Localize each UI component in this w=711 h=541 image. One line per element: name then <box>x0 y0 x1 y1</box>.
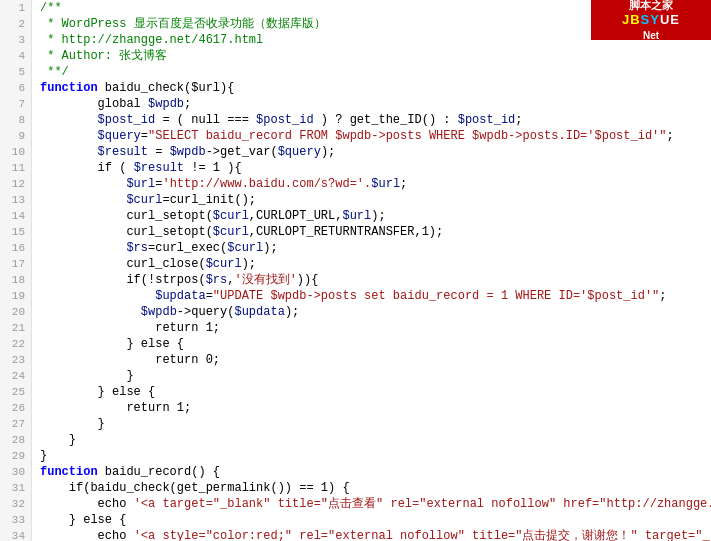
code-line: 6function baidu_check($url){ <box>0 80 711 96</box>
logo-ue: UE <box>660 12 680 27</box>
line-content: function baidu_check($url){ <box>32 80 711 96</box>
line-number: 34 <box>0 528 32 541</box>
line-content: $post_id = ( null === $post_id ) ? get_t… <box>32 112 711 128</box>
line-number: 9 <box>0 128 32 144</box>
line-content: } else { <box>32 512 711 528</box>
code-line: 22 } else { <box>0 336 711 352</box>
code-line: 29} <box>0 448 711 464</box>
code-line: 4 * Author: 张戈博客 <box>0 48 711 64</box>
line-number: 24 <box>0 368 32 384</box>
code-line: 15 curl_setopt($curl,CURLOPT_RETURNTRANS… <box>0 224 711 240</box>
line-number: 30 <box>0 464 32 480</box>
line-content: echo '<a style="color:red;" rel="externa… <box>32 528 711 541</box>
line-content: $result = $wpdb->get_var($query); <box>32 144 711 160</box>
line-content: } <box>32 368 711 384</box>
code-line: 26 return 1; <box>0 400 711 416</box>
line-number: 3 <box>0 32 32 48</box>
line-number: 17 <box>0 256 32 272</box>
line-number: 6 <box>0 80 32 96</box>
line-number: 8 <box>0 112 32 128</box>
code-line: 24 } <box>0 368 711 384</box>
logo-jb: JB <box>622 12 641 27</box>
line-number: 28 <box>0 432 32 448</box>
line-content: if(!strpos($rs,'没有找到')){ <box>32 272 711 288</box>
code-line: 20 $wpdb->query($updata); <box>0 304 711 320</box>
code-line: 23 return 0; <box>0 352 711 368</box>
code-line: 19 $updata="UPDATE $wpdb->posts set baid… <box>0 288 711 304</box>
code-line: 10 $result = $wpdb->get_var($query); <box>0 144 711 160</box>
line-content: } <box>32 432 711 448</box>
line-number: 2 <box>0 16 32 32</box>
code-line: 25 } else { <box>0 384 711 400</box>
logo-line1: 脚本之家 <box>622 0 680 12</box>
code-line: 16 $rs=curl_exec($curl); <box>0 240 711 256</box>
line-number: 7 <box>0 96 32 112</box>
line-number: 11 <box>0 160 32 176</box>
line-content: $query="SELECT baidu_record FROM $wpdb->… <box>32 128 711 144</box>
line-content: echo '<a target="_blank" title="点击查看" re… <box>32 496 711 512</box>
code-line: 31 if(baidu_check(get_permalink()) == 1)… <box>0 480 711 496</box>
line-content: } <box>32 416 711 432</box>
line-content: $updata="UPDATE $wpdb->posts set baidu_r… <box>32 288 711 304</box>
code-line: 9 $query="SELECT baidu_record FROM $wpdb… <box>0 128 711 144</box>
line-number: 32 <box>0 496 32 512</box>
code-line: 27 } <box>0 416 711 432</box>
line-number: 1 <box>0 0 32 16</box>
line-number: 27 <box>0 416 32 432</box>
code-line: 14 curl_setopt($curl,CURLOPT_URL,$url); <box>0 208 711 224</box>
code-line: 32 echo '<a target="_blank" title="点击查看"… <box>0 496 711 512</box>
line-number: 19 <box>0 288 32 304</box>
code-line: 33 } else { <box>0 512 711 528</box>
line-number: 13 <box>0 192 32 208</box>
code-area: 1/**2 * WordPress 显示百度是否收录功能（数据库版）3 * ht… <box>0 0 711 541</box>
line-number: 26 <box>0 400 32 416</box>
line-number: 4 <box>0 48 32 64</box>
top-bar-logo: 脚本之家 JBSYUE Net <box>591 0 711 40</box>
line-content: $rs=curl_exec($curl); <box>32 240 711 256</box>
code-line: 34 echo '<a style="color:red;" rel="exte… <box>0 528 711 541</box>
code-line: 13 $curl=curl_init(); <box>0 192 711 208</box>
code-line: 12 $url='http://www.baidu.com/s?wd='.$ur… <box>0 176 711 192</box>
line-content: } else { <box>32 384 711 400</box>
code-line: 17 curl_close($curl); <box>0 256 711 272</box>
line-content: $url='http://www.baidu.com/s?wd='.$url; <box>32 176 711 192</box>
line-number: 23 <box>0 352 32 368</box>
line-number: 22 <box>0 336 32 352</box>
code-line: 7 global $wpdb; <box>0 96 711 112</box>
line-number: 29 <box>0 448 32 464</box>
line-content: global $wpdb; <box>32 96 711 112</box>
line-content: return 1; <box>32 400 711 416</box>
line-content: * Author: 张戈博客 <box>32 48 711 64</box>
line-content: $curl=curl_init(); <box>32 192 711 208</box>
line-number: 18 <box>0 272 32 288</box>
line-number: 15 <box>0 224 32 240</box>
line-number: 33 <box>0 512 32 528</box>
code-line: 21 return 1; <box>0 320 711 336</box>
line-content: if(baidu_check(get_permalink()) == 1) { <box>32 480 711 496</box>
line-content: } <box>32 448 711 464</box>
line-number: 20 <box>0 304 32 320</box>
line-content: function baidu_record() { <box>32 464 711 480</box>
code-line: 28 } <box>0 432 711 448</box>
line-number: 21 <box>0 320 32 336</box>
line-number: 10 <box>0 144 32 160</box>
line-number: 12 <box>0 176 32 192</box>
line-number: 16 <box>0 240 32 256</box>
line-content: return 0; <box>32 352 711 368</box>
line-number: 31 <box>0 480 32 496</box>
logo-line3: Net <box>622 29 680 42</box>
code-line: 11 if ( $result != 1 ){ <box>0 160 711 176</box>
logo-line2: JBSYUE <box>622 12 680 29</box>
main-container: 脚本之家 JBSYUE Net 1/**2 * WordPress 显示百度是否… <box>0 0 711 541</box>
line-content: } else { <box>32 336 711 352</box>
code-line: 8 $post_id = ( null === $post_id ) ? get… <box>0 112 711 128</box>
logo-sy: SY <box>641 12 660 27</box>
line-number: 14 <box>0 208 32 224</box>
line-content: $wpdb->query($updata); <box>32 304 711 320</box>
line-content: if ( $result != 1 ){ <box>32 160 711 176</box>
code-line: 5 **/ <box>0 64 711 80</box>
line-content: return 1; <box>32 320 711 336</box>
line-content: curl_setopt($curl,CURLOPT_RETURNTRANSFER… <box>32 224 711 240</box>
code-line: 30function baidu_record() { <box>0 464 711 480</box>
line-number: 5 <box>0 64 32 80</box>
